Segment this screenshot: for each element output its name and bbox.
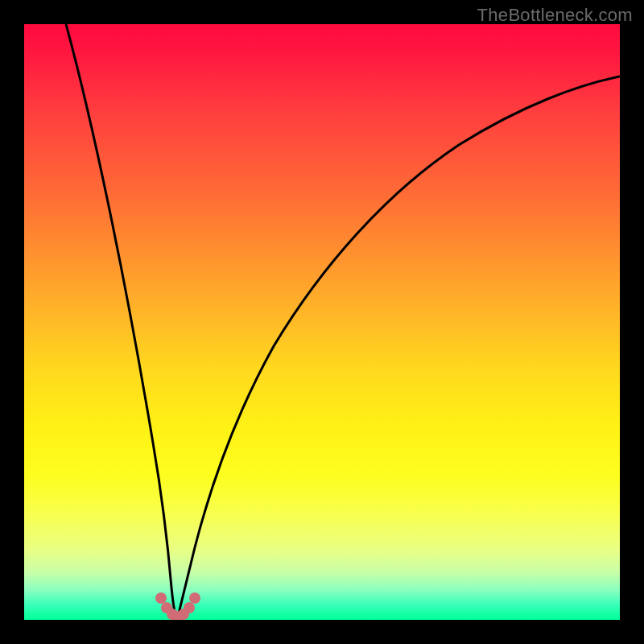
svg-point-5 — [184, 602, 195, 613]
marker-cluster — [155, 592, 200, 620]
curve-right — [177, 76, 620, 620]
chart-plot-area — [24, 24, 620, 620]
chart-curves — [24, 24, 620, 620]
svg-point-0 — [155, 592, 167, 604]
svg-point-6 — [189, 592, 200, 604]
curve-left — [66, 24, 177, 620]
watermark-text: TheBottleneck.com — [477, 5, 633, 26]
